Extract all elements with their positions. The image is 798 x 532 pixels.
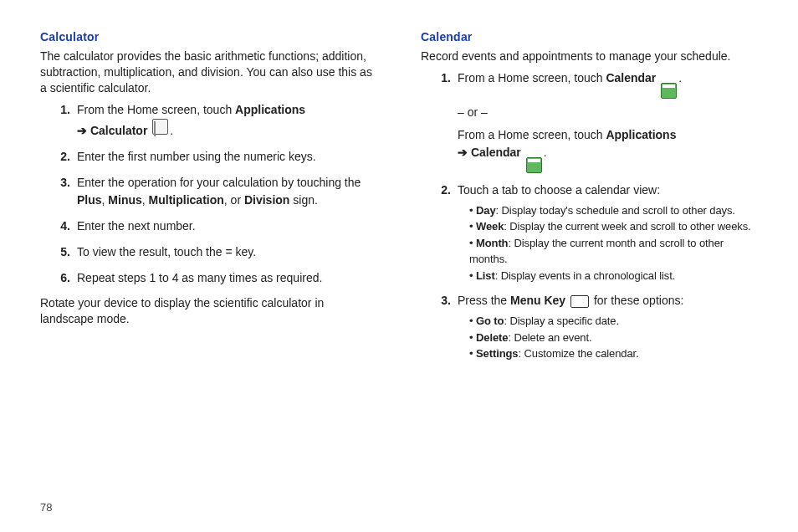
bullet-month: Month: Display the current month and scr… (469, 235, 758, 268)
arrow-icon (458, 146, 471, 159)
step-text: From the Home screen, touch (77, 103, 235, 116)
step-1: 1. From a Home screen, touch Calendar . … (441, 69, 758, 173)
bullet-day: Day: Display today's schedule and scroll… (469, 202, 758, 219)
step-text: Press the (458, 294, 510, 307)
calculator-icon (152, 119, 168, 135)
plus-label: Plus (77, 193, 102, 207)
calculator-heading: Calculator (40, 30, 377, 43)
bullet-term: Month (476, 237, 508, 249)
step-6: 6. Repeat steps 1 to 4 as many times as … (60, 269, 377, 287)
comma: , (142, 193, 149, 207)
bullet-term: Week (476, 220, 504, 233)
step-text: sign. (289, 193, 317, 207)
bullet-desc: : Display the current week and scroll to… (504, 220, 750, 233)
step-text: Enter the first number using the numeric… (77, 150, 316, 163)
bullet-delete: Delete: Delete an event. (469, 330, 758, 346)
calculator-intro: The calculator provides the basic arithm… (40, 49, 377, 96)
calendar-label: Calendar (471, 146, 521, 159)
applications-icon (681, 126, 697, 142)
division-label: Division (244, 193, 289, 207)
step-text: Repeat steps 1 to 4 as many times as req… (77, 271, 322, 284)
applications-label: Applications (235, 103, 305, 116)
calculator-steps: 1. From the Home screen, touch Applicati… (40, 101, 377, 287)
applications-label: Applications (606, 128, 676, 141)
step-number: 2. (434, 182, 451, 199)
page-number: 78 (40, 501, 52, 514)
step-text: Touch a tab to choose a calendar view: (458, 183, 660, 197)
menu-options-bullets: Go to: Display a specific date. Delete: … (458, 313, 758, 362)
calendar-heading: Calendar (421, 30, 758, 43)
left-column: Calculator The calculator provides the b… (40, 30, 377, 371)
bullet-desc: : Display the current month and scroll t… (469, 237, 724, 266)
calculator-label: Calculator (90, 124, 147, 137)
step-number: 1. (54, 101, 70, 119)
step-2: 2. Touch a tab to choose a calendar view… (441, 182, 758, 284)
step-5: 5. To view the result, touch the = key. (60, 243, 377, 261)
applications-icon (310, 101, 326, 117)
step-number: 5. (54, 243, 70, 261)
bullet-term: List (476, 269, 495, 282)
menu-key-label: Menu Key (510, 294, 565, 307)
bullet-desc: : Customize the calendar. (518, 347, 638, 360)
punct: . (544, 146, 547, 159)
bullet-term: Delete (476, 331, 508, 344)
step-number: 2. (54, 148, 70, 166)
calendar-intro: Record events and appointments to manage… (421, 49, 758, 64)
step-text: From a Home screen, touch (458, 71, 606, 84)
bullet-term: Day (476, 204, 496, 217)
comma: , or (224, 193, 244, 207)
minus-label: Minus (108, 193, 141, 207)
step-text: Enter the operation for your calculation… (77, 176, 361, 189)
step-number: 6. (54, 269, 70, 287)
calendar-icon (526, 157, 542, 173)
bullet-goto: Go to: Display a specific date. (469, 313, 758, 330)
step-3: 3. Press the Menu Key for these options:… (441, 292, 758, 362)
page-columns: Calculator The calculator provides the b… (40, 30, 758, 371)
bullet-term: Go to (476, 315, 504, 327)
calendar-label: Calendar (606, 71, 656, 84)
arrow-icon (77, 124, 90, 137)
menu-key-icon (570, 295, 589, 308)
punct: . (170, 124, 173, 137)
bullet-term: Settings (476, 347, 518, 360)
step-4: 4. Enter the next number. (60, 217, 377, 235)
step-1: 1. From the Home screen, touch Applicati… (60, 101, 377, 140)
multiplication-label: Multiplication (149, 193, 224, 207)
step-number: 4. (54, 217, 70, 235)
step-3: 3. Enter the operation for your calculat… (60, 174, 377, 209)
step-text: From a Home screen, touch (458, 128, 606, 141)
step-text: for these options: (594, 294, 683, 307)
bullet-settings: Settings: Customize the calendar. (469, 345, 758, 362)
calendar-steps: 1. From a Home screen, touch Calendar . … (421, 69, 758, 362)
step-2: 2. Enter the first number using the nume… (60, 148, 377, 166)
bullet-list: List: Display events in a chronological … (469, 268, 758, 284)
bullet-week: Week: Display the current week and scrol… (469, 218, 758, 235)
bullet-desc: : Display events in a chronological list… (495, 269, 676, 282)
calendar-icon (661, 83, 677, 99)
right-column: Calendar Record events and appointments … (421, 30, 758, 371)
step-text: To view the result, touch the = key. (77, 245, 256, 258)
bullet-desc: : Display today's schedule and scroll to… (496, 204, 735, 217)
bullet-desc: : Delete an event. (508, 331, 591, 344)
calendar-view-bullets: Day: Display today's schedule and scroll… (458, 202, 758, 284)
or-divider: – or – (458, 104, 758, 121)
step-number: 3. (434, 292, 451, 309)
step-number: 3. (54, 174, 70, 192)
step-text: Enter the next number. (77, 219, 196, 233)
calculator-outro: Rotate your device to display the scient… (40, 295, 377, 327)
bullet-desc: : Display a specific date. (504, 315, 619, 327)
step-number: 1. (434, 69, 451, 87)
